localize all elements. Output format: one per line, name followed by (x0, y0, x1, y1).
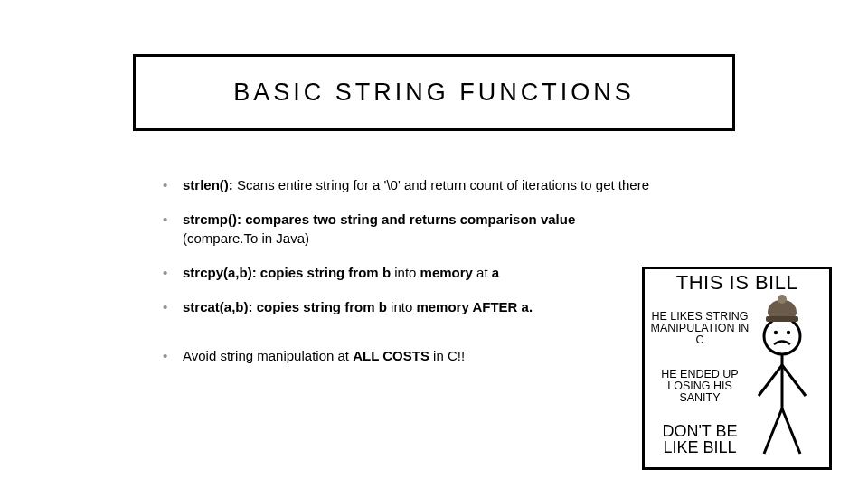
fn-desc: Scans entire string for a '\0' and retur… (233, 177, 649, 192)
list-item: strcpy(a,b): copies string from b into m… (163, 264, 669, 282)
fn-name: strcat(a,b): copies string from (183, 299, 375, 314)
svg-line-4 (759, 365, 782, 396)
meme-bottom-text: DON'T BE LIKE BILL (650, 423, 750, 455)
list-item: strcmp(): compares two string and return… (163, 211, 669, 248)
t: into (394, 265, 416, 280)
svg-line-6 (764, 408, 782, 454)
t: Avoid string manipulation at (183, 348, 353, 363)
fn-sub: (compare.To in Java) (183, 230, 309, 246)
arg-b: b (382, 265, 391, 280)
t: at (476, 265, 488, 280)
beanie-hat-icon (766, 300, 798, 325)
meme-top-text: THIS IS BILL (645, 271, 829, 295)
stick-figure-svg (746, 309, 818, 463)
slide-title: BASIC STRING FUNCTIONS (145, 79, 723, 107)
bullet-list: strlen(): Scans entire string for a '\0'… (163, 176, 669, 366)
t: into (391, 299, 412, 314)
mem: memory (420, 265, 473, 280)
mem: memory AFTER a. (416, 299, 533, 314)
meme-line-2: HE ENDED UP LOSING HIS SANITY (650, 369, 750, 404)
arg-b: b (379, 299, 387, 314)
slide: BASIC STRING FUNCTIONS strlen(): Scans e… (0, 0, 868, 488)
svg-line-5 (782, 365, 806, 396)
meme-image: THIS IS BILL HE LIKES STRING MANIPULATIO… (642, 267, 832, 470)
fn-name: strcmp(): compares two string and return… (183, 211, 575, 227)
emph: ALL COSTS (353, 348, 429, 363)
fn-name: strlen(): (183, 177, 233, 192)
meme-line-1: HE LIKES STRING MANIPULATION IN C (650, 311, 750, 346)
svg-point-2 (787, 331, 790, 334)
arg-a: a (492, 265, 499, 280)
t: in C!! (429, 348, 465, 363)
fn-name: strcpy(a,b): copies string from (183, 265, 379, 280)
svg-point-1 (774, 331, 778, 334)
svg-line-7 (782, 408, 800, 454)
title-box: BASIC STRING FUNCTIONS (133, 54, 735, 131)
stick-figure-icon (746, 309, 818, 463)
list-item: strlen(): Scans entire string for a '\0'… (163, 176, 669, 194)
list-item: Avoid string manipulation at ALL COSTS i… (163, 347, 669, 365)
list-item: strcat(a,b): copies string from b into m… (163, 298, 669, 316)
